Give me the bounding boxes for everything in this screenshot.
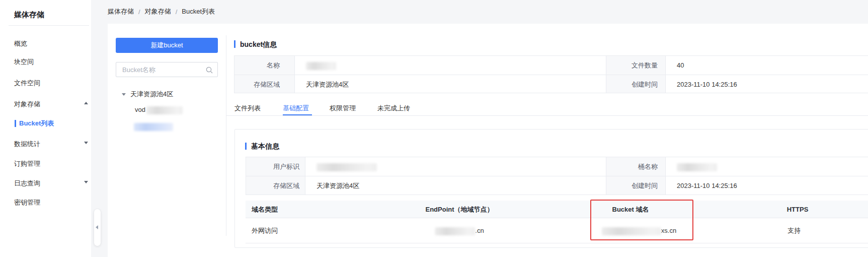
tree-item-bucket-selected[interactable] [134,122,173,131]
highlight-red-box [590,200,693,240]
sidebar-item-log-query[interactable]: 日志查询 [0,178,91,188]
domain-table-header: 域名类型 EndPoint（地域节点） Bucket 域名 HTTPS [246,201,868,218]
field-label: 创建时间 [606,176,666,195]
bucket-info-table: 名称 文件数量 40 存储区域 天津资源池4区 创建时间 2023-11-10 … [234,55,868,93]
caret-down-icon [122,93,126,96]
domain-table-row: 外网访问 .cn xs.cn 支持 [246,218,868,243]
redacted-value [306,62,336,70]
user-id-value [317,157,377,176]
chevron-down-icon[interactable] [84,142,88,144]
endpoint-value: .cn [435,218,484,243]
redacted-value [677,163,717,171]
bucket-info-title: bucket信息 [240,40,277,49]
breadcrumb-separator: / [138,8,140,16]
basic-info-table: 用户标识 桶名称 存储区域 天津资源池4区 创建时间 2023-11-10 14… [246,157,868,195]
tab-basic-config[interactable]: 基础配置 [283,104,309,112]
field-label: 创建时间 [606,75,666,94]
bucket-search-box [116,62,218,77]
breadcrumb-object-storage[interactable]: 对象存储 [145,7,171,16]
column-header-domain-type: 域名类型 [252,201,278,218]
search-icon [206,67,213,75]
tab-file-list[interactable]: 文件列表 [234,104,261,112]
collapse-left-icon [96,225,98,229]
breadcrumb-separator: / [176,8,178,16]
sidebar-item-object-storage[interactable]: 对象存储 [0,99,91,109]
sidebar-item-overview[interactable]: 概览 [0,39,91,49]
sidebar-item-key-management[interactable]: 密钥管理 [0,198,91,208]
breadcrumb: 媒体存储 / 对象存储 / Bucket列表 [108,7,215,16]
field-label: 存储区域 [234,75,295,94]
section-accent-bar [245,143,247,150]
field-label: 名称 [234,56,295,75]
redacted-value [435,227,475,235]
panel-divider [226,35,226,236]
chevron-up-icon[interactable] [84,102,88,104]
field-label: 存储区域 [246,176,305,195]
sidebar-item-block-space[interactable]: 块空间 [0,57,91,67]
sidebar-item-order-management[interactable]: 订购管理 [0,159,91,169]
tab-incomplete-upload[interactable]: 未完成上传 [377,104,410,112]
storage-region-value: 天津资源池4区 [317,176,359,195]
bucket-name-value [306,56,336,75]
create-time-value: 2023-11-10 14:25:16 [677,176,737,195]
sidebar-divider [9,25,89,26]
column-header-https: HTTPS [787,201,809,218]
domain-type-value: 外网访问 [252,218,278,243]
chevron-down-icon[interactable] [84,181,88,183]
https-value: 支持 [787,218,801,243]
sidebar-item-file-space[interactable]: 文件空间 [0,78,91,88]
new-bucket-button[interactable]: 新建bucket [116,38,218,53]
tabs-bottom-border [226,115,868,116]
breadcrumb-bucket-list[interactable]: Bucket列表 [182,7,215,16]
storage-region-value: 天津资源池4区 [306,75,349,94]
sidebar-item-bucket-list[interactable]: Bucket列表 [0,118,91,128]
breadcrumb-media-storage[interactable]: 媒体存储 [108,7,134,16]
field-label: 文件数量 [606,56,666,75]
redacted-value [317,163,377,171]
section-accent-bar [234,40,235,48]
field-label: 桶名称 [606,157,666,176]
sidebar-collapse-handle[interactable] [94,209,101,246]
field-label: 用户标识 [246,157,305,176]
bucket-name-value [677,157,717,176]
column-header-endpoint: EndPoint（地域节点） [425,201,493,218]
create-time-value: 2023-11-10 14:25:16 [677,75,737,94]
tree-node-region[interactable]: 天津资源池4区 [122,90,173,99]
sidebar-item-data-stats[interactable]: 数据统计 [0,139,91,149]
redacted-bucket-name [134,123,173,131]
bucket-search-input[interactable] [116,62,217,77]
sidebar-title: 媒体存储 [14,10,44,20]
sidebar: 媒体存储 概览 块空间 文件空间 对象存储 Bucket列表 数据统计 订购管理… [0,0,91,257]
tree-item-bucket[interactable]: vod [135,105,183,114]
basic-info-title: 基本信息 [251,142,279,151]
file-count-value: 40 [677,56,684,75]
app-window: 媒体存储 概览 块空间 文件空间 对象存储 Bucket列表 数据统计 订购管理… [0,0,868,257]
redacted-bucket-name [146,106,183,114]
tab-permission[interactable]: 权限管理 [330,104,356,112]
